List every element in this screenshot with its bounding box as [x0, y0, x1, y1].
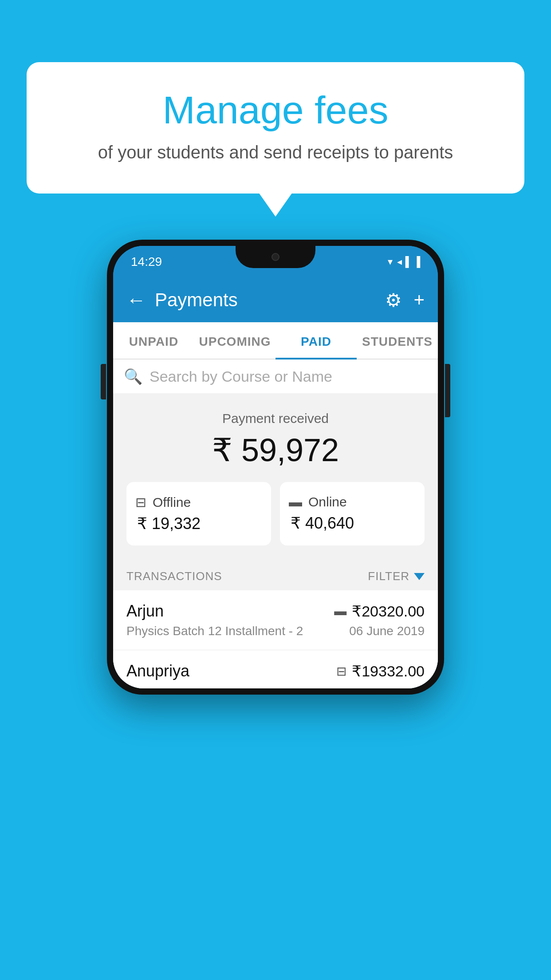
online-icon: ▬ — [289, 494, 302, 510]
transaction-date-arjun: 06 June 2019 — [349, 624, 425, 638]
tab-upcoming[interactable]: UPCOMING — [194, 322, 276, 359]
transaction-right-anupriya: ⊟ ₹19332.00 — [336, 662, 425, 680]
payment-summary: Payment received ₹ 59,972 ⊟ Offline ₹ 19… — [113, 393, 438, 559]
payment-received-label: Payment received — [126, 411, 425, 426]
transaction-row-arjun[interactable]: Arjun ▬ ₹20320.00 Physics Batch 12 Insta… — [113, 590, 438, 650]
tabs-bar: UNPAID UPCOMING PAID STUDENTS — [113, 322, 438, 360]
offline-icon: ⊟ — [135, 494, 146, 510]
add-button[interactable]: + — [413, 289, 425, 311]
offline-label: Offline — [153, 495, 191, 510]
transaction-amount-anupriya: ₹19332.00 — [352, 662, 425, 680]
bubble-subtitle: of your students and send receipts to pa… — [62, 142, 489, 162]
settings-icon[interactable]: ⚙ — [385, 289, 402, 311]
tab-unpaid[interactable]: UNPAID — [113, 322, 194, 359]
phone-shell: 14:29 ▾ ◂▐ ▐ ← Payments ⚙ + — [107, 240, 444, 695]
offline-payment-icon: ⊟ — [336, 664, 346, 679]
filter-button[interactable]: FILTER — [368, 569, 425, 583]
transaction-row-anupriya[interactable]: Anupriya ⊟ ₹19332.00 — [113, 650, 438, 688]
speech-bubble-container: Manage fees of your students and send re… — [27, 62, 524, 194]
transaction-top-anupriya: Anupriya ⊟ ₹19332.00 — [126, 662, 425, 680]
header-actions: ⚙ + — [385, 289, 425, 311]
wifi-icon: ▾ — [388, 256, 393, 268]
offline-amount: ₹ 19,332 — [137, 514, 262, 533]
filter-icon — [414, 573, 425, 580]
transactions-label: TRANSACTIONS — [126, 569, 222, 583]
search-placeholder: Search by Course or Name — [150, 368, 332, 385]
course-info-arjun: Physics Batch 12 Installment - 2 — [126, 624, 303, 638]
transactions-header: TRANSACTIONS FILTER — [113, 559, 438, 590]
signal-icon: ◂▐ — [397, 256, 409, 268]
status-icons: ▾ ◂▐ ▐ — [388, 256, 420, 268]
online-payment-icon: ▬ — [334, 604, 346, 618]
student-name-anupriya: Anupriya — [126, 662, 189, 680]
phone-inner: 14:29 ▾ ◂▐ ▐ ← Payments ⚙ + — [113, 246, 438, 688]
header-title: Payments — [155, 289, 376, 311]
offline-card-top: ⊟ Offline — [135, 494, 262, 510]
payment-cards: ⊟ Offline ₹ 19,332 ▬ Online ₹ 40,640 — [126, 482, 425, 545]
tab-paid[interactable]: PAID — [276, 322, 357, 359]
back-button[interactable]: ← — [126, 289, 146, 311]
transaction-top-arjun: Arjun ▬ ₹20320.00 — [126, 602, 425, 620]
status-time: 14:29 — [131, 255, 162, 269]
transaction-amount-arjun: ₹20320.00 — [352, 602, 425, 620]
tab-students[interactable]: STUDENTS — [357, 322, 438, 359]
filter-label: FILTER — [368, 569, 409, 583]
payment-total-amount: ₹ 59,972 — [126, 431, 425, 469]
offline-payment-card: ⊟ Offline ₹ 19,332 — [126, 482, 271, 545]
online-card-top: ▬ Online — [289, 494, 416, 510]
search-bar[interactable]: 🔍 Search by Course or Name — [113, 360, 438, 393]
app-header: ← Payments ⚙ + — [113, 278, 438, 322]
online-payment-card: ▬ Online ₹ 40,640 — [280, 482, 425, 545]
transaction-bottom-arjun: Physics Batch 12 Installment - 2 06 June… — [126, 624, 425, 638]
notch — [236, 246, 315, 268]
online-amount: ₹ 40,640 — [291, 514, 416, 533]
camera-dot — [272, 253, 279, 261]
student-name-arjun: Arjun — [126, 602, 164, 620]
battery-icon: ▐ — [413, 256, 420, 268]
phone-container: 14:29 ▾ ◂▐ ▐ ← Payments ⚙ + — [107, 240, 444, 695]
online-label: Online — [308, 494, 347, 510]
status-bar: 14:29 ▾ ◂▐ ▐ — [113, 246, 438, 278]
speech-bubble: Manage fees of your students and send re… — [27, 62, 524, 194]
search-icon: 🔍 — [124, 368, 142, 385]
content-area: 🔍 Search by Course or Name Payment recei… — [113, 360, 438, 688]
bubble-title: Manage fees — [62, 89, 489, 132]
transaction-right-arjun: ▬ ₹20320.00 — [334, 602, 425, 620]
